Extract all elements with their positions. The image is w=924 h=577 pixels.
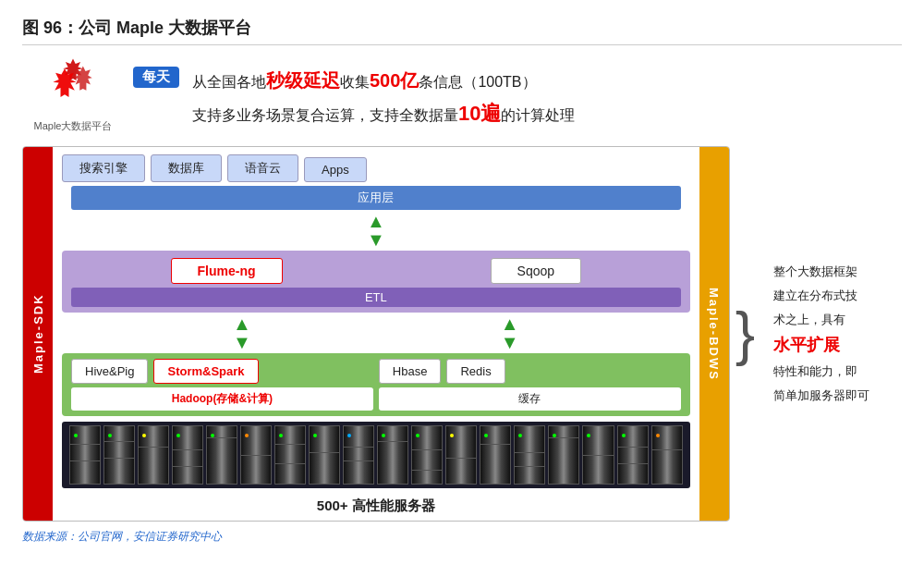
logo-label: Maple大数据平台 bbox=[34, 119, 113, 133]
hive-pig-box: Hive&Pig bbox=[71, 359, 148, 384]
flume-box: Flume-ng bbox=[171, 258, 283, 284]
right-text-5: 简单加服务器即可 bbox=[773, 386, 902, 406]
server-label: 500+ 高性能服务器 bbox=[53, 494, 699, 521]
right-panel: 整个大数据框架 建立在分布式技 术之上，具有 水平扩展 特性和能力，即 简单加服… bbox=[759, 252, 902, 415]
app-box-voice: 语音云 bbox=[227, 154, 298, 182]
sidebar-left: Maple-SDK bbox=[23, 147, 53, 521]
source-text: 数据来源：公司官网，安信证券研究中心 bbox=[22, 529, 902, 545]
hadoop-bar: Hadoop(存储&计算) bbox=[71, 387, 373, 411]
arrow-row-2: ▲ ▼ ▲ ▼ bbox=[53, 313, 699, 353]
app-box-apps: Apps bbox=[304, 157, 367, 182]
page-title: 图 96：公司 Maple 大数据平台 bbox=[22, 17, 902, 45]
right-text-1: 整个大数据框架 bbox=[773, 262, 902, 282]
top-line1: 从全国各地秒级延迟收集500亿条信息（100TB） bbox=[192, 67, 575, 94]
storage-layer: Hive&Pig Storm&Spark Hadoop(存储&计算) Hbase… bbox=[62, 353, 690, 416]
everyday-badge: 每天 bbox=[133, 67, 179, 88]
top-line2: 支持多业务场景复合运算，支持全数据量10遍的计算处理 bbox=[192, 98, 575, 129]
app-box-search: 搜索引擎 bbox=[62, 154, 145, 182]
right-highlight: 水平扩展 bbox=[773, 334, 902, 357]
right-text-4: 特性和能力，即 bbox=[773, 362, 902, 382]
sqoop-box: Sqoop bbox=[491, 258, 581, 284]
cache-bar: 缓存 bbox=[379, 387, 681, 411]
brace-icon: } bbox=[736, 304, 755, 363]
app-bar: 应用层 bbox=[71, 186, 681, 210]
arrow-up-down-3: ▲ ▼ bbox=[501, 314, 519, 351]
right-text-2: 建立在分布式技 bbox=[773, 286, 902, 306]
storm-spark-box: Storm&Spark bbox=[153, 359, 258, 384]
arrow-row-1: ▲ ▼ bbox=[53, 210, 699, 251]
redis-box: Redis bbox=[446, 359, 505, 384]
etl-layer: Flume-ng Sqoop ETL bbox=[62, 251, 690, 313]
etl-label: ETL bbox=[71, 288, 681, 307]
maple-leaf-icon bbox=[40, 58, 106, 117]
arrow-up-down-2: ▲ ▼ bbox=[233, 314, 251, 351]
sidebar-right: Maple-BDWS bbox=[699, 147, 729, 521]
right-text-3: 术之上，具有 bbox=[773, 310, 902, 330]
server-area bbox=[62, 422, 690, 488]
arrow-up-down-1: ▲ ▼ bbox=[367, 212, 385, 249]
hbase-box: Hbase bbox=[379, 359, 442, 384]
app-box-db: 数据库 bbox=[151, 154, 222, 182]
app-layer: 搜索引擎 数据库 语音云 Apps bbox=[53, 147, 699, 186]
